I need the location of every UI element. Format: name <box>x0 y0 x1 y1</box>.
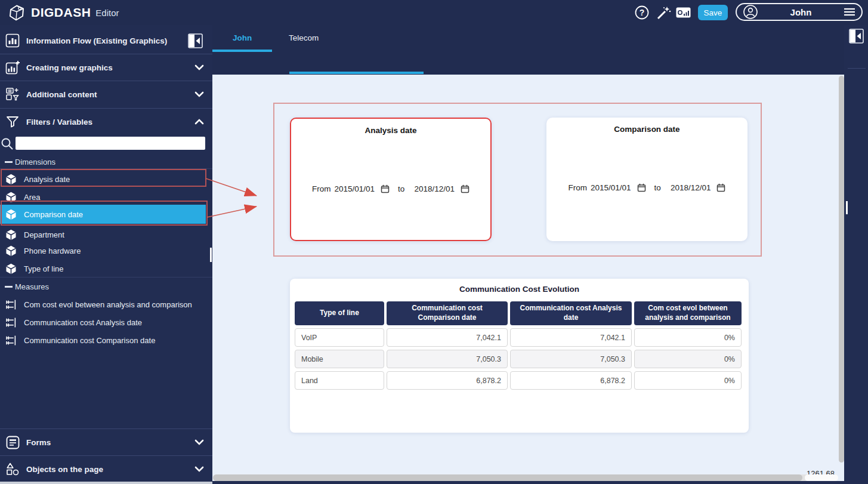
sidebar-item-objects-on-page[interactable]: Objects on the page <box>0 456 212 482</box>
table-widget-communication-cost-evolution[interactable]: Communication Cost Evolution Type of lin… <box>290 279 749 433</box>
to-label: to <box>654 183 661 192</box>
cube-icon <box>5 263 17 275</box>
dimension-item-analysis-date[interactable]: Analysis date <box>0 170 206 188</box>
table-cell: 7,042.1 <box>510 328 632 347</box>
user-name: John <box>758 7 844 17</box>
user-menu[interactable]: John <box>736 3 863 21</box>
dimension-item-type-of-line[interactable]: Type of line <box>0 260 206 278</box>
table-cell: 0% <box>634 371 742 390</box>
svg-text:?: ? <box>640 8 645 17</box>
collapse-panel-icon[interactable] <box>188 33 203 51</box>
right-panel-resize-handle[interactable] <box>846 201 848 214</box>
dimension-item-phone-hardware[interactable]: Phone hardware <box>0 242 206 260</box>
to-label: to <box>398 184 404 193</box>
table-title: Communication Cost Evolution <box>290 285 749 294</box>
digdash-editor-window: DIGDASH Editor ? Save <box>0 0 868 484</box>
measure-icon <box>5 299 17 310</box>
calendar-icon[interactable] <box>461 184 469 193</box>
vertical-scrollbar[interactable] <box>839 76 844 463</box>
sidebar-item-label: Information Flow (Existing Graphics) <box>26 36 167 45</box>
sidebar-item-label: Additional content <box>26 90 97 99</box>
collapse-panel-icon[interactable] <box>849 29 864 46</box>
sidebar-item-label: Creating new graphics <box>26 63 113 72</box>
sidebar-item-additional-content[interactable]: Additional content <box>0 81 212 107</box>
dimension-item-comparison-date[interactable]: Comparison date <box>0 205 206 224</box>
funnel-icon <box>5 115 20 128</box>
dashboard-canvas: Analysis date From 2015/01/01 to 2018/12… <box>212 75 844 481</box>
cube-icon <box>5 229 17 241</box>
hamburger-menu-icon[interactable] <box>844 7 855 17</box>
from-label: From <box>312 184 331 193</box>
measure-icon <box>5 335 17 346</box>
measure-item-communication-cost-analysis[interactable]: Communication cost Analysis date <box>0 313 206 331</box>
dashboard-tab-bar: John Telecom My Dashboard × Comparison r… <box>212 25 844 75</box>
dimension-item-area[interactable]: Area <box>0 188 206 206</box>
page-tab-telecom[interactable]: Telecom <box>289 25 319 50</box>
chevron-down-icon <box>194 62 204 73</box>
column-header[interactable]: Com cost evol between analysis and compa… <box>634 301 742 325</box>
bar-chart-plus-icon <box>5 60 20 75</box>
chevron-down-icon <box>194 89 204 100</box>
sidebar-item-creating-new-graphics[interactable]: Creating new graphics <box>0 54 212 81</box>
to-date-value[interactable]: 2018/12/01 <box>671 183 711 192</box>
divider <box>0 277 212 278</box>
cube-icon <box>5 209 17 220</box>
column-header[interactable]: Communication cost Analysis date <box>510 301 632 325</box>
dimensions-header: Dimensions <box>0 155 212 169</box>
horizontal-scrollbar-cap <box>805 474 838 481</box>
group-dash <box>5 161 13 163</box>
top-bar: DIGDASH Editor ? Save <box>0 0 868 25</box>
right-panel-collapsed <box>844 25 868 484</box>
from-date-value[interactable]: 2015/01/01 <box>591 183 631 192</box>
measure-item-communication-cost-comparison[interactable]: Communication cost Comparison date <box>0 331 206 349</box>
form-icon <box>5 436 20 449</box>
table-cell: Mobile <box>295 350 384 368</box>
active-page-tab-underline <box>212 50 272 52</box>
column-header[interactable]: Communication cost Comparison date <box>387 301 508 325</box>
calendar-icon[interactable] <box>637 183 646 192</box>
help-icon[interactable]: ? <box>634 5 650 20</box>
table-cell: 7,042.1 <box>387 328 508 347</box>
table-cell: 0% <box>634 350 742 368</box>
filter-card-title: Analysis date <box>291 126 490 135</box>
save-button[interactable]: Save <box>698 5 728 20</box>
bottom-strip <box>212 481 868 484</box>
column-header[interactable]: Type of line <box>295 301 384 325</box>
filter-search-input[interactable] <box>16 137 205 150</box>
table-cell: 7,050.3 <box>510 350 632 368</box>
filter-card-analysis-date[interactable]: Analysis date From 2015/01/01 to 2018/12… <box>290 118 492 241</box>
measure-item-com-cost-evol[interactable]: Com cost evol between analysis and compa… <box>0 295 206 313</box>
divider <box>848 68 866 69</box>
from-date-value[interactable]: 2015/01/01 <box>335 184 375 193</box>
filter-card-comparison-date[interactable]: Comparison date From 2015/01/01 to 2018/… <box>546 118 747 241</box>
measure-icon <box>5 317 17 328</box>
dimension-item-department[interactable]: Department <box>0 226 206 243</box>
chevron-down-icon <box>194 437 204 448</box>
shapes-icon <box>5 462 20 476</box>
table-cell: 6,878.2 <box>510 371 632 390</box>
calendar-icon[interactable] <box>381 184 390 193</box>
filter-card-title: Comparison date <box>546 125 747 134</box>
magic-wand-icon[interactable] <box>655 4 672 21</box>
to-date-value[interactable]: 2018/12/01 <box>414 184 455 193</box>
sidebar-item-forms[interactable]: Forms <box>0 429 212 455</box>
search-icon <box>1 137 14 153</box>
group-dash <box>5 286 13 288</box>
data-model-icon[interactable] <box>676 7 691 18</box>
calendar-icon[interactable] <box>716 183 725 192</box>
sidebar-item-information-flow[interactable]: Information Flow (Existing Graphics) <box>0 27 212 54</box>
table-cell: Land <box>295 371 384 390</box>
additional-content-icon <box>5 87 20 101</box>
table-cell: 6,878.2 <box>387 371 508 390</box>
sidebar-item-filters-variables[interactable]: Filters / Variables <box>0 109 212 135</box>
bar-chart-icon <box>5 33 20 48</box>
sidebar-item-label: Forms <box>26 438 51 447</box>
cube-icon <box>5 192 17 203</box>
horizontal-scrollbar-thumb[interactable] <box>213 474 802 481</box>
date-range-control: From 2015/01/01 to 2018/12/01 <box>546 183 747 192</box>
brand-suffix: Editor <box>95 8 119 18</box>
data-table: Type of line Communication cost Comparis… <box>295 301 742 390</box>
page-tab-john[interactable]: John <box>212 25 272 50</box>
sidebar-resize-handle[interactable] <box>210 248 212 262</box>
sidebar-item-label: Filters / Variables <box>26 118 92 127</box>
